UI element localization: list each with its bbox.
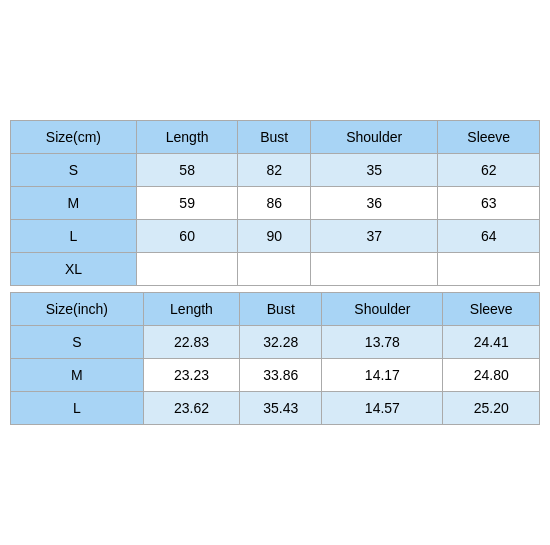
cm-length-header: Length <box>136 121 238 154</box>
data-cell: 25.20 <box>443 392 540 425</box>
data-cell: 14.57 <box>322 392 443 425</box>
tables-wrapper: Size(cm) Length Bust Shoulder Sleeve S58… <box>10 120 540 425</box>
data-cell: 62 <box>438 154 540 187</box>
data-cell: 86 <box>238 187 311 220</box>
inch-size-header: Size(inch) <box>11 293 144 326</box>
cm-table: Size(cm) Length Bust Shoulder Sleeve S58… <box>10 120 540 286</box>
data-cell <box>438 253 540 286</box>
table-row: M23.2333.8614.1724.80 <box>11 359 540 392</box>
table-row: L23.6235.4314.5725.20 <box>11 392 540 425</box>
table-row: S58823562 <box>11 154 540 187</box>
cm-bust-header: Bust <box>238 121 311 154</box>
size-cell: XL <box>11 253 137 286</box>
data-cell: 59 <box>136 187 238 220</box>
data-cell: 63 <box>438 187 540 220</box>
data-cell: 37 <box>310 220 437 253</box>
size-cell: M <box>11 187 137 220</box>
table-row: XL <box>11 253 540 286</box>
data-cell: 23.62 <box>143 392 240 425</box>
data-cell: 14.17 <box>322 359 443 392</box>
inch-shoulder-header: Shoulder <box>322 293 443 326</box>
data-cell <box>310 253 437 286</box>
data-cell: 35 <box>310 154 437 187</box>
data-cell: 24.41 <box>443 326 540 359</box>
inch-sleeve-header: Sleeve <box>443 293 540 326</box>
data-cell: 90 <box>238 220 311 253</box>
size-cell: M <box>11 359 144 392</box>
cm-size-header: Size(cm) <box>11 121 137 154</box>
data-cell: 82 <box>238 154 311 187</box>
data-cell: 35.43 <box>240 392 322 425</box>
data-cell: 60 <box>136 220 238 253</box>
cm-header-row: Size(cm) Length Bust Shoulder Sleeve <box>11 121 540 154</box>
size-cell: L <box>11 220 137 253</box>
inch-header-row: Size(inch) Length Bust Shoulder Sleeve <box>11 293 540 326</box>
data-cell: 24.80 <box>443 359 540 392</box>
data-cell: 58 <box>136 154 238 187</box>
size-cell: L <box>11 392 144 425</box>
data-cell: 32.28 <box>240 326 322 359</box>
inch-length-header: Length <box>143 293 240 326</box>
data-cell: 64 <box>438 220 540 253</box>
size-cell: S <box>11 326 144 359</box>
data-cell: 33.86 <box>240 359 322 392</box>
table-row: M59863663 <box>11 187 540 220</box>
cm-shoulder-header: Shoulder <box>310 121 437 154</box>
table-row: S22.8332.2813.7824.41 <box>11 326 540 359</box>
data-cell: 13.78 <box>322 326 443 359</box>
data-cell: 36 <box>310 187 437 220</box>
data-cell <box>136 253 238 286</box>
inch-table: Size(inch) Length Bust Shoulder Sleeve S… <box>10 292 540 425</box>
data-cell: 23.23 <box>143 359 240 392</box>
cm-sleeve-header: Sleeve <box>438 121 540 154</box>
data-cell: 22.83 <box>143 326 240 359</box>
table-row: L60903764 <box>11 220 540 253</box>
size-cell: S <box>11 154 137 187</box>
inch-bust-header: Bust <box>240 293 322 326</box>
data-cell <box>238 253 311 286</box>
